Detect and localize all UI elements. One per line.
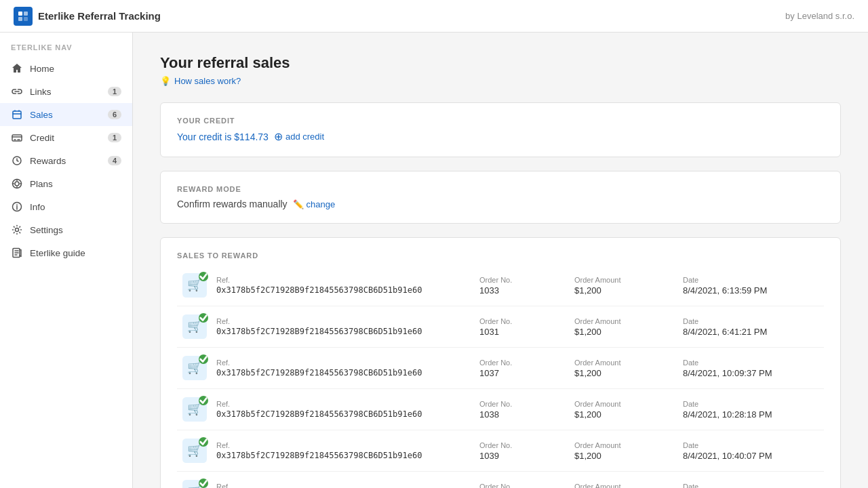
bulb-icon: 💡 [160,76,171,86]
app-name: Eterlike Referral Tracking [38,10,161,22]
reward-mode-label: REWARD MODE [177,185,824,193]
app-logo: Eterlike Referral Tracking [14,7,161,26]
check-badge [199,354,208,364]
change-button[interactable]: ✏️ change [293,199,336,209]
svg-rect-0 [18,12,22,16]
table-row: 🛒 Ref. 0x3178b5f2C71928B9f21845563798CB6… [177,348,824,389]
svg-rect-4 [13,111,21,119]
table-row: 🛒 Ref. 0x3178b5f2C71928B9f21845563798CB6… [177,430,824,472]
table-row: 🛒 Ref. 0x3178b5f2C71928B9f21845563798CB6… [177,306,824,348]
info-icon [11,201,23,213]
cart-icon-wrap-3: 🛒 [182,397,207,422]
add-credit-label: add credit [285,131,324,142]
layout: ETERLIKE NAV Home Links 1 Sales [0,33,868,488]
date-cell: Date 8/4/2021, 6:13:59 PM [683,276,818,296]
order-no-value: 1033 [479,285,574,296]
order-no-label: Order No. [479,400,574,408]
ref-cell: Ref. 0x3178b5f2C71928B9f21845563798CB6D5… [216,441,479,460]
order-no-value: 1037 [479,368,574,378]
order-no-value: 1038 [479,409,574,420]
topbar: Eterlike Referral Tracking by Leveland s… [0,0,868,33]
svg-rect-5 [12,135,22,141]
date-label: Date [683,317,818,325]
sidebar-item-rewards-label: Rewards [30,156,101,166]
order-cell: Order No. 1033 [479,276,574,296]
order-no-label: Order No. [479,276,574,284]
sidebar-item-sales-label: Sales [30,110,101,120]
how-sales-link-text: How sales work? [174,76,241,86]
main-content: Your referral sales 💡 How sales work? YO… [133,33,868,488]
sidebar-item-plans[interactable]: Plans [0,172,132,195]
sidebar-item-settings-label: Settings [30,225,121,235]
order-no-label: Order No. [479,441,574,449]
sidebar-item-links-badge: 1 [108,87,121,96]
change-label: change [307,199,336,209]
date-cell: Date 8/5/2021, 10:03:07 AM [683,483,818,489]
svg-rect-3 [24,17,28,21]
credit-card: YOUR CREDIT Your credit is $114.73 ⊕ add… [160,102,841,157]
cart-icon-wrap-4: 🛒 [182,439,207,463]
order-cell: Order No. 1038 [479,400,574,420]
plans-icon [11,178,23,190]
date-cell: Date 8/4/2021, 10:09:37 PM [683,359,818,378]
cart-icon-cell: 🛒 [182,397,216,422]
amount-cell: Order Amount $1,200 [574,483,683,489]
check-badge [199,437,208,447]
sidebar-item-sales[interactable]: Sales 6 [0,103,132,126]
reward-row: Confirm rewards manually ✏️ change [177,199,824,209]
sidebar-item-info[interactable]: Info [0,195,132,218]
pencil-icon: ✏️ [293,199,304,209]
sidebar-section-label: ETERLIKE NAV [0,43,132,57]
cart-icon-wrap-1: 🛒 [182,314,207,339]
settings-icon [11,224,23,236]
check-icon [199,388,208,413]
amount-cell: Order Amount $1,200 [574,359,683,378]
date-value: 8/4/2021, 6:41:21 PM [683,327,818,337]
order-no-label: Order No. [479,317,574,325]
ref-cell: Ref. 0x3178b5f2C71928B9f21845563798CB6D5… [216,317,479,336]
ref-value: 0x3178b5f2C71928B9f21845563798CB6D51b91e… [216,451,479,460]
credit-label: YOUR CREDIT [177,117,824,125]
sidebar-item-links-label: Links [30,87,101,97]
ref-label: Ref. [216,441,479,449]
svg-rect-1 [24,12,28,16]
order-amount-label: Order Amount [574,317,683,325]
sales-icon [11,108,23,121]
order-amount-label: Order Amount [574,276,683,284]
ref-label: Ref. [216,359,479,367]
sales-card: SALES TO REWARD 🛒 Ref. 0x3178b5f2C71928B… [160,237,841,488]
sales-table: 🛒 Ref. 0x3178b5f2C71928B9f21845563798CB6… [177,265,824,488]
cart-icon-cell: 🛒 [182,314,216,339]
order-cell: Order No. 1031 [479,317,574,337]
sidebar-item-home[interactable]: Home [0,57,132,80]
cart-icon-wrap-2: 🛒 [182,356,207,380]
ref-label: Ref. [216,276,479,284]
sidebar-item-credit[interactable]: Credit 1 [0,126,132,149]
sidebar-item-settings[interactable]: Settings [0,218,132,241]
how-sales-link[interactable]: 💡 How sales work? [160,76,841,86]
check-icon [199,264,208,289]
link-icon [11,85,23,98]
guide-icon [11,247,23,259]
order-amount-value: $1,200 [574,285,683,296]
check-icon [199,471,208,488]
date-cell: Date 8/4/2021, 10:40:07 PM [683,441,818,461]
cart-icon-cell: 🛒 [182,356,216,380]
date-label: Date [683,441,818,449]
table-row: 🛒 Ref. 0x3178b5f2C71928B9f21845563798CB6… [177,265,824,306]
ref-value: 0x3178b5f2C71928B9f21845563798CB6D51b91e… [216,285,479,295]
sidebar-item-rewards-badge: 4 [108,156,121,165]
check-icon [199,347,208,371]
add-credit-button[interactable]: ⊕ add credit [274,130,324,143]
ref-cell: Ref. 0x3178b5f2C71928B9f21845563798CB6D5… [216,276,479,295]
topbar-by: by Leveland s.r.o. [785,11,854,21]
check-badge [199,396,208,405]
ref-label: Ref. [216,317,479,325]
sidebar-item-links[interactable]: Links 1 [0,80,132,103]
cart-icon-cell: 🛒 [182,439,216,463]
reward-mode-card: REWARD MODE Confirm rewards manually ✏️ … [160,171,841,224]
sidebar-item-guide[interactable]: Eterlike guide [0,241,132,264]
reward-mode-text: Confirm rewards manually [177,199,288,209]
check-icon [199,306,208,330]
sidebar-item-rewards[interactable]: Rewards 4 [0,149,132,172]
